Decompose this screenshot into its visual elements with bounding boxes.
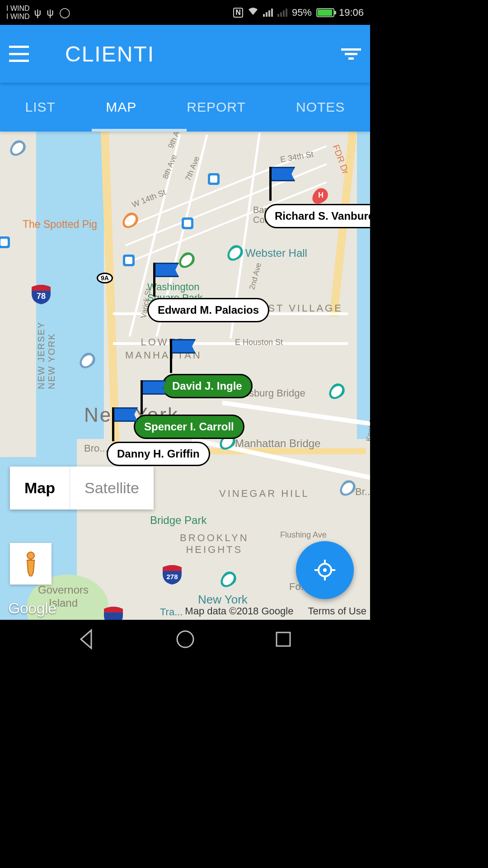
status-bar: I WIND I WIND ψ ψ ◯ N 95% 19:06 xyxy=(0,0,370,25)
client-label[interactable]: Edward M. Palacios xyxy=(147,298,269,322)
battery-pct: 95% xyxy=(292,7,312,19)
svg-point-9 xyxy=(177,631,193,647)
tab-notes[interactable]: NOTES xyxy=(292,95,348,119)
client-label[interactable]: Danny H. Griffin xyxy=(107,442,210,466)
interstate-shield-icon xyxy=(103,606,124,620)
area-label: VINEGAR HILL xyxy=(219,488,310,500)
map-attribution: Map data ©2018 Google Terms of Use xyxy=(185,605,366,617)
transit-icon[interactable] xyxy=(182,217,193,229)
system-nav-bar xyxy=(0,620,370,658)
client-label[interactable]: Spencer I. Carroll xyxy=(134,415,244,439)
crosshair-icon xyxy=(314,559,336,581)
app-bar: CLIENTI xyxy=(0,25,370,83)
pegman-icon xyxy=(22,551,40,576)
home-button[interactable] xyxy=(174,628,197,651)
status-icons-left: ψ ψ ◯ xyxy=(34,7,70,19)
client-pin[interactable] xyxy=(112,407,114,441)
poi-label: Bridge Park xyxy=(150,514,206,527)
svg-text:278: 278 xyxy=(166,573,178,580)
signal-icon-2 xyxy=(277,9,287,17)
route-shield-icon: 9A xyxy=(97,273,113,283)
transit-icon[interactable] xyxy=(0,236,10,248)
area-label: NEW JERSEY NEW YORK xyxy=(36,321,57,389)
map-type-satellite-button[interactable]: Satellite xyxy=(70,467,154,509)
client-pin[interactable] xyxy=(170,339,172,373)
streetview-button[interactable] xyxy=(10,543,52,585)
tab-list[interactable]: LIST xyxy=(22,95,59,119)
poi-label: New York xyxy=(198,593,248,607)
locate-me-button[interactable] xyxy=(296,541,354,599)
clock: 19:06 xyxy=(339,7,364,19)
transit-icon[interactable] xyxy=(208,173,220,185)
poi-label: Tra... xyxy=(160,606,183,618)
google-logo: Google xyxy=(8,599,56,617)
tab-report[interactable]: REPORT xyxy=(183,95,249,119)
client-pin[interactable] xyxy=(269,167,272,201)
school-pin-icon[interactable] xyxy=(76,350,98,372)
area-label: Bro... xyxy=(84,443,108,454)
poi-label: The Spotted Pig xyxy=(23,218,97,231)
client-pin[interactable] xyxy=(141,380,143,414)
street-label: Flushing Ave xyxy=(280,530,327,540)
nfc-icon: N xyxy=(233,8,243,18)
sync-icon: ◯ xyxy=(59,7,70,19)
map-type-toggle: Map Satellite xyxy=(10,467,154,509)
poi-label: Manhattan Bridge xyxy=(235,437,320,450)
area-label: BROOKLYN HEIGHTS xyxy=(180,532,249,556)
carrier-label-2: I WIND xyxy=(6,13,30,21)
menu-icon[interactable] xyxy=(9,46,29,62)
svg-point-2 xyxy=(27,552,34,559)
area-label: Br... xyxy=(355,486,370,498)
street-label: Kent Ave xyxy=(364,410,370,442)
map-data-label: Map data ©2018 Google xyxy=(185,605,293,617)
map-canvas[interactable]: E 34th St FDR Dr W 14th St 8th Ave 7th A… xyxy=(0,132,370,620)
page-title: CLIENTI xyxy=(65,42,155,66)
client-label[interactable]: Richard S. Vanburen xyxy=(264,204,370,228)
filter-icon[interactable] xyxy=(341,48,361,60)
client-pin[interactable] xyxy=(153,263,155,297)
poi-label: Webster Hall xyxy=(245,247,307,259)
carrier-label-1: I WIND xyxy=(6,5,30,13)
interstate-shield-icon: 78 xyxy=(31,284,52,304)
map-type-map-button[interactable]: Map xyxy=(10,467,70,509)
client-label[interactable]: David J. Ingle xyxy=(162,374,253,398)
svg-rect-10 xyxy=(277,632,290,646)
recents-button[interactable] xyxy=(272,628,295,651)
svg-text:78: 78 xyxy=(37,292,46,301)
tab-bar: LIST MAP REPORT NOTES xyxy=(0,83,370,132)
street-label: E Houston St xyxy=(235,338,283,347)
terms-link[interactable]: Terms of Use xyxy=(308,605,366,617)
wifi-icon xyxy=(248,7,258,19)
svg-point-4 xyxy=(323,568,327,572)
tab-indicator xyxy=(92,129,187,132)
battery-icon xyxy=(316,8,334,17)
transit-icon[interactable] xyxy=(123,255,135,266)
signal-icon-1 xyxy=(263,9,273,17)
back-button[interactable] xyxy=(75,628,98,651)
usb-icon-2: ψ xyxy=(47,7,54,19)
interstate-shield-icon: 278 xyxy=(162,565,183,585)
tab-map[interactable]: MAP xyxy=(102,95,140,119)
usb-icon: ψ xyxy=(34,7,42,19)
